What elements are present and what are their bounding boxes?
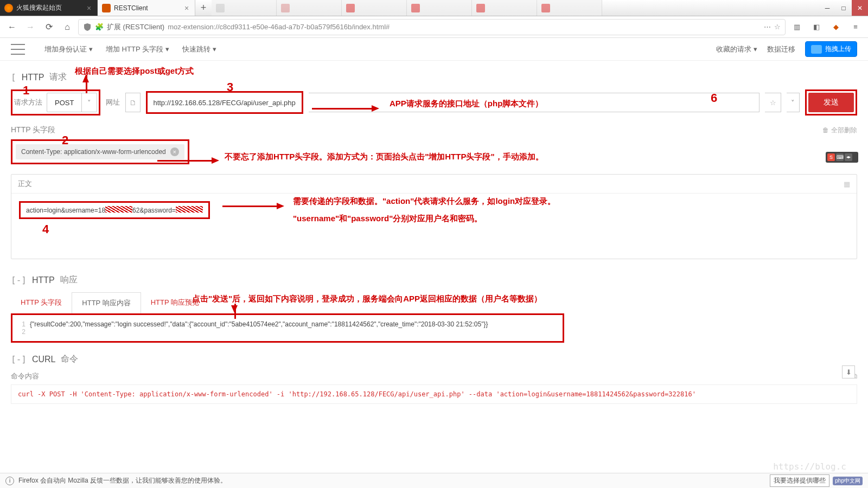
http-response-header: [-] HTTP 响应: [11, 274, 857, 286]
body-section: 正文 ▦ action=login&username=1862&password…: [11, 174, 857, 259]
method-label: 请求方法: [14, 98, 42, 107]
collapse-toggle[interactable]: [-]: [11, 275, 27, 285]
status-text: Firefox 会自动向 Mozilla 反馈一些数据，让我们能够改善您的使用体…: [18, 476, 227, 485]
home-button[interactable]: ⌂: [60, 20, 75, 35]
back-button[interactable]: ←: [4, 20, 20, 35]
drag-upload-button[interactable]: 拖拽上传: [805, 41, 857, 57]
new-tab-button[interactable]: +: [195, 0, 212, 16]
section-title: HTTP: [22, 73, 44, 82]
tab-headers[interactable]: HTTP 头字段: [11, 292, 72, 313]
more-icon[interactable]: ⋯: [764, 23, 771, 31]
collapse-toggle[interactable]: [: [11, 72, 16, 82]
bookmark-star-icon[interactable]: ☆: [774, 23, 781, 31]
section-title: HTTP: [32, 275, 55, 285]
header-chip[interactable]: Content-Type: application/x-www-form-url…: [16, 144, 184, 159]
restclient-icon: [102, 4, 111, 12]
headers-title: HTTP 头字段: [11, 125, 55, 135]
menu-migrate[interactable]: 数据迁移: [767, 44, 795, 54]
trash-icon: 🗑: [822, 126, 829, 134]
menu-icon[interactable]: ≡: [847, 19, 864, 35]
hamburger-icon[interactable]: [11, 44, 25, 55]
method-value: POST: [47, 99, 81, 107]
response-text[interactable]: {"resultCode":200,"message":"login succe…: [30, 320, 488, 328]
library-icon[interactable]: ▥: [789, 19, 805, 35]
header-chip-text: Content-Type: application/x-www-form-url…: [21, 148, 166, 156]
send-button[interactable]: 发送: [808, 93, 854, 112]
redacted: [176, 206, 203, 213]
collapse-toggle[interactable]: [-]: [11, 354, 27, 364]
shield-icon: [83, 23, 92, 31]
response-content: 12 {"resultCode":200,"message":"login su…: [12, 315, 563, 341]
forward-button[interactable]: →: [23, 20, 38, 35]
url-label: 网址: [106, 98, 120, 107]
reload-button[interactable]: ⟳: [41, 20, 56, 35]
page-root: 增加身份认证▾ 增加 HTTP 头字段▾ 快速跳转▾ 收藏的请求▾ 数据迁移 拖…: [0, 38, 868, 409]
browser-tab[interactable]: [472, 0, 537, 16]
sidebar-icon[interactable]: ◧: [808, 19, 825, 35]
info-icon: i: [5, 477, 14, 485]
browser-tab[interactable]: [537, 0, 602, 16]
status-choice-button[interactable]: 我要选择提供哪些: [770, 474, 829, 487]
firefox-icon: [4, 4, 13, 12]
section-title: CURL: [32, 355, 56, 364]
browser-navbar: ← → ⟳ ⌂ 🧩 扩展 (RESTClient) moz-extension:…: [0, 16, 868, 38]
chevron-down-icon: ▾: [89, 45, 93, 53]
browser-tab-firefox-start[interactable]: 火狐搜索起始页 ×: [0, 0, 98, 16]
tab-body[interactable]: HTTP 响应内容: [72, 292, 141, 313]
remove-chip-icon[interactable]: ×: [170, 147, 179, 156]
chevron-down-icon: ˅: [81, 93, 97, 112]
extension-puzzle-icon: 🧩: [95, 23, 104, 31]
close-icon[interactable]: ×: [85, 4, 93, 12]
menu-headers[interactable]: 增加 HTTP 头字段▾: [106, 44, 169, 54]
download-icon[interactable]: ⬇: [842, 365, 855, 378]
browser-tab-restclient[interactable]: RESTClient ×: [98, 0, 195, 16]
method-select[interactable]: POST ˅: [47, 93, 97, 112]
url-icon: 🗋: [125, 93, 141, 112]
tab-label: RESTClient: [114, 4, 180, 12]
url-text: moz-extension://c8cd9311-e50e-46ad-a7b7-…: [168, 23, 761, 31]
history-dropdown[interactable]: ˅: [787, 93, 800, 112]
php-logo: php中文网: [833, 477, 863, 485]
tab-icon: [541, 4, 550, 12]
tab-label: 火狐搜索起始页: [16, 3, 82, 12]
addon-icon[interactable]: ◆: [828, 19, 844, 35]
tab-icon: [476, 4, 485, 12]
minimize-button[interactable]: ─: [819, 0, 835, 16]
body-textarea[interactable]: action=login&username=1862&password=: [11, 194, 857, 259]
http-request-header: [ HTTP 请求: [11, 72, 857, 83]
favorite-icon[interactable]: ☆: [765, 93, 781, 112]
watermark: https://blog.c: [773, 461, 846, 472]
section-subtitle: 响应: [60, 274, 78, 286]
cloud-icon: [811, 45, 822, 54]
tab-icon: [281, 4, 290, 12]
browser-tab[interactable]: [212, 0, 277, 16]
chevron-down-icon: ▾: [213, 45, 216, 53]
menu-quickjump[interactable]: 快速跳转▾: [182, 44, 216, 54]
url-bar[interactable]: 🧩 扩展 (RESTClient) moz-extension://c8cd93…: [78, 19, 786, 35]
browser-tab[interactable]: [277, 0, 342, 16]
curl-label: 命令内容 ⧉⧉: [11, 371, 857, 381]
chevron-down-icon: ▾: [754, 45, 757, 53]
curl-content[interactable]: curl -X POST -H 'Content-Type: applicati…: [11, 384, 857, 404]
request-row: 请求方法 POST ˅ 网址 🗋 http://192.168.65.128/F…: [11, 89, 857, 115]
line-numbers: 12: [19, 320, 25, 336]
close-window-button[interactable]: ✕: [852, 0, 868, 16]
maximize-button[interactable]: □: [835, 0, 852, 16]
section-subtitle: 请求: [49, 72, 67, 83]
clear-all-button[interactable]: 🗑全部删除: [822, 126, 857, 135]
curl-header: [-] CURL 命令: [11, 354, 857, 365]
close-icon[interactable]: ×: [183, 4, 190, 12]
menu-favorites[interactable]: 收藏的请求▾: [716, 44, 757, 54]
browser-tab[interactable]: [342, 0, 407, 16]
tab-preview[interactable]: HTTP 响应预览: [141, 292, 209, 313]
ime-indicator: S⌨◂▸: [826, 152, 858, 163]
tab-icon: [346, 4, 355, 12]
grid-icon[interactable]: ▦: [844, 180, 850, 188]
browser-titlebar: 火狐搜索起始页 × RESTClient × + ─ □ ✕: [0, 0, 868, 16]
browser-tab[interactable]: [407, 0, 472, 16]
url-input[interactable]: http://192.168.65.128/FECG/api/user_api.…: [148, 93, 302, 112]
response-tabs: HTTP 头字段 HTTP 响应内容 HTTP 响应预览: [11, 292, 857, 313]
tab-icon: [216, 4, 225, 12]
body-title: 正文: [18, 179, 32, 189]
menu-auth[interactable]: 增加身份认证▾: [44, 44, 93, 54]
